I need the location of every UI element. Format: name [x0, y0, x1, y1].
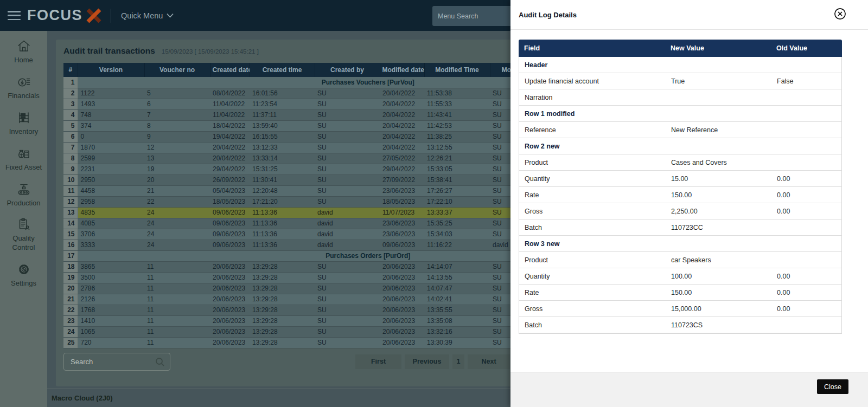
table-cell: 15:38:41	[424, 175, 490, 185]
detail-new-value: 100.00	[666, 273, 771, 280]
close-button[interactable]: Close	[817, 379, 848, 394]
sidebar-item-fixed-asset[interactable]: Fixed Asset	[2, 146, 46, 172]
table-cell: 13:30:39	[424, 337, 490, 348]
table-cell: 19/04/2022	[210, 131, 250, 142]
audit-detail-row: ProductCases and Covers	[519, 154, 841, 171]
table-cell: 4835	[78, 207, 144, 218]
column-header[interactable]: Created date	[210, 63, 250, 77]
table-cell: 11:42:53	[424, 120, 490, 131]
quick-menu-dropdown[interactable]: Quick Menu	[121, 11, 174, 20]
detail-field: Row 3 new	[519, 240, 666, 248]
table-cell: 29/04/2022	[380, 164, 424, 175]
row-number: 12	[63, 196, 78, 207]
sidebar-item-financials[interactable]: Financials	[2, 74, 46, 101]
table-cell: 12:26:21	[424, 153, 490, 164]
table-cell: 374	[78, 120, 144, 131]
panel-footer: Close	[510, 372, 868, 407]
row-number: 18	[63, 261, 78, 272]
table-search-input[interactable]	[64, 353, 170, 370]
table-cell: 24	[144, 229, 210, 240]
detail-field: Batch	[519, 224, 666, 231]
sidebar-item-inventory[interactable]: Inventory	[2, 110, 46, 137]
table-cell: 20	[144, 175, 210, 185]
row-number: 5	[63, 120, 78, 131]
table-cell: 11:43:41	[424, 109, 490, 120]
pagination-first-button[interactable]: First	[355, 354, 401, 369]
close-icon[interactable]	[834, 8, 846, 20]
table-cell: SU	[315, 261, 380, 272]
panel-table: Field New Value Old Value HeaderUpdate f…	[519, 40, 842, 334]
table-cell: 17:21:20	[250, 196, 315, 207]
table-cell: SU	[315, 294, 380, 305]
sidebar-item-label: Home	[14, 56, 33, 65]
table-cell: 20/04/2022	[380, 88, 424, 99]
detail-new-value: 110723CC	[666, 224, 771, 231]
column-header[interactable]: Version	[78, 63, 144, 77]
sidebar: Home Financials Inventory Fixed Asset Pr…	[0, 31, 47, 407]
table-cell: 24	[144, 240, 210, 250]
table-cell: 748	[78, 109, 144, 120]
table-cell: 15:35:25	[424, 218, 490, 229]
table-cell: 1768	[78, 305, 144, 315]
table-cell: 20/06/2023	[210, 326, 250, 337]
row-number: 25	[63, 337, 78, 348]
quality-control-clipboard-icon	[16, 217, 31, 232]
detail-field: Narration	[519, 94, 666, 101]
column-header[interactable]: Created by	[315, 63, 380, 77]
table-cell: 11	[144, 337, 210, 348]
audit-detail-row: Productcar Speakers	[519, 252, 841, 268]
column-header[interactable]: Voucher no	[144, 63, 210, 77]
pagination-next-button[interactable]: Next	[468, 354, 510, 369]
detail-field: Batch	[519, 321, 666, 329]
table-cell: 23/06/2023	[380, 218, 424, 229]
table-cell: 11	[144, 283, 210, 294]
detail-new-value: True	[666, 77, 771, 85]
audit-detail-row: Rate150.000.00	[519, 285, 841, 301]
sidebar-item-quality-control[interactable]: Quality Control	[2, 217, 46, 253]
table-cell: 13:29:28	[250, 261, 315, 272]
table-cell: 13:29:28	[250, 283, 315, 294]
hamburger-menu-icon[interactable]	[8, 11, 21, 20]
table-cell: 4458	[78, 185, 144, 196]
table-cell: david	[315, 218, 380, 229]
table-cell: 09/06/2023	[210, 218, 250, 229]
sidebar-item-settings[interactable]: Settings	[2, 262, 46, 288]
column-header[interactable]: Created time	[250, 63, 315, 77]
sidebar-item-home[interactable]: Home	[2, 38, 46, 65]
audit-detail-row: Gross2,250.000.00	[519, 203, 841, 219]
brand-name: FOCUS	[27, 7, 82, 24]
table-cell: 20/06/2023	[380, 261, 424, 272]
row-number: 23	[63, 315, 78, 326]
column-header[interactable]: #	[63, 63, 78, 77]
detail-new-value: 2,250.00	[666, 208, 771, 215]
table-cell: 18/04/2022	[210, 120, 250, 131]
financials-coins-icon	[16, 74, 31, 89]
table-cell: 14:02:41	[424, 294, 490, 305]
table-cell: 20/06/2023	[210, 305, 250, 315]
table-cell: 11/04/2022	[210, 99, 250, 109]
column-header[interactable]: Modified Time	[424, 63, 490, 77]
table-cell: 27/05/2022	[380, 153, 424, 164]
search-icon[interactable]	[155, 357, 165, 367]
table-cell: 11	[144, 305, 210, 315]
table-cell: SU	[315, 131, 380, 142]
sidebar-item-label: Quality Control	[2, 234, 46, 253]
panel-rows: HeaderUpdate financial accountTrueFalseN…	[519, 57, 842, 334]
sidebar-item-production[interactable]: Production	[2, 182, 46, 208]
column-header[interactable]: Modified date	[380, 63, 424, 77]
pagination-page-1[interactable]: 1	[452, 354, 464, 369]
detail-field: Gross	[519, 305, 666, 313]
table-cell: 2126	[78, 294, 144, 305]
detail-new-value: car Speakers	[666, 256, 771, 264]
table-cell: 11:16:22	[424, 240, 490, 250]
audit-detail-section-row: Header	[519, 57, 841, 73]
table-cell: 3706	[78, 229, 144, 240]
table-cell: 12	[144, 142, 210, 153]
table-cell: 13:12:33	[250, 142, 315, 153]
table-cell: 11:13:36	[250, 240, 315, 250]
table-cell: SU	[315, 142, 380, 153]
pagination-previous-button[interactable]: Previous	[405, 354, 449, 369]
column-header-field: Field	[519, 44, 665, 52]
detail-new-value: 15,000.00	[666, 305, 771, 313]
table-cell: 3333	[78, 240, 144, 250]
